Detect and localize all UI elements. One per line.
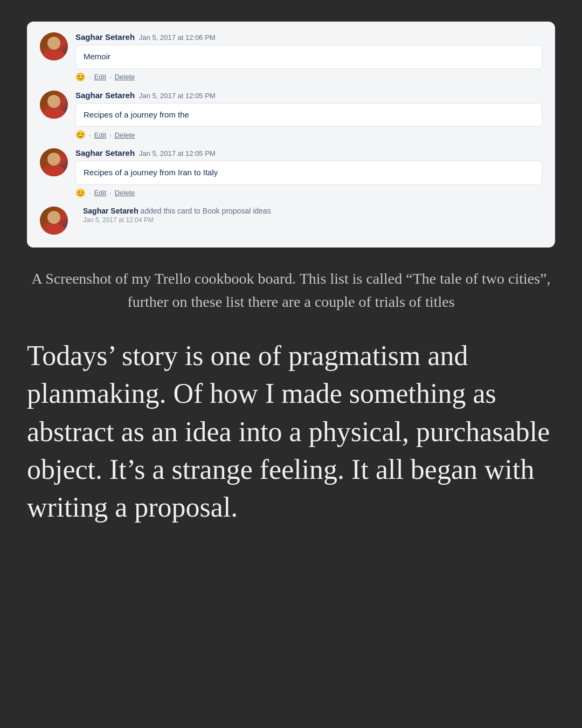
comment-item: Saghar Setareh Jan 5, 2017 at 12:05 PM R… (40, 91, 542, 140)
comment-timestamp: Jan 5, 2017 at 12:05 PM (139, 92, 216, 100)
reaction-icon[interactable]: 😊 (75, 72, 86, 82)
activity-log: Saghar Setareh added this card to Book p… (40, 207, 542, 235)
avatar (40, 91, 68, 119)
edit-link[interactable]: Edit (94, 189, 106, 197)
edit-link[interactable]: Edit (94, 73, 106, 81)
comment-content: Saghar Setareh Jan 5, 2017 at 12:05 PM R… (75, 148, 542, 198)
article-text: Todays’ story is one of pragmatism and p… (27, 337, 555, 526)
activity-action: added this card to Book proposal ideas (141, 207, 271, 215)
article-section: Todays’ story is one of pragmatism and p… (0, 324, 582, 553)
activity-description: Saghar Setareh added this card to Book p… (83, 207, 542, 215)
separator: · (89, 189, 91, 197)
separator: · (89, 73, 91, 81)
edit-link[interactable]: Edit (94, 131, 106, 139)
delete-link[interactable]: Delete (115, 189, 135, 197)
activity-content: Saghar Setareh added this card to Book p… (75, 207, 542, 224)
separator: · (109, 73, 112, 81)
avatar (40, 32, 68, 60)
comment-bubble: Memoir (75, 45, 542, 69)
caption-section: A Screenshot of my Trello cookbook board… (0, 248, 582, 325)
avatar (40, 148, 68, 176)
separator: · (109, 131, 112, 139)
comment-content: Saghar Setareh Jan 5, 2017 at 12:05 PM R… (75, 91, 542, 140)
comment-timestamp: Jan 5, 2017 at 12:05 PM (139, 149, 216, 157)
commenter-name: Saghar Setareh (75, 148, 135, 157)
comment-actions: 😊 · Edit · Delete (75, 188, 542, 198)
comment-header: Saghar Setareh Jan 5, 2017 at 12:05 PM (75, 148, 542, 157)
comment-header: Saghar Setareh Jan 5, 2017 at 12:06 PM (75, 32, 542, 42)
delete-link[interactable]: Delete (115, 73, 135, 81)
activity-author: Saghar Setareh (83, 207, 138, 215)
activity-timestamp: Jan 5, 2017 at 12:04 PM (83, 216, 542, 224)
comment-item: Saghar Setareh Jan 5, 2017 at 12:06 PM M… (40, 32, 542, 82)
trello-screenshot-card: Saghar Setareh Jan 5, 2017 at 12:06 PM M… (27, 22, 555, 248)
reaction-icon[interactable]: 😊 (75, 188, 86, 198)
commenter-name: Saghar Setareh (75, 91, 135, 100)
commenter-name: Saghar Setareh (75, 32, 135, 42)
reaction-icon[interactable]: 😊 (75, 130, 86, 140)
comment-item: Saghar Setareh Jan 5, 2017 at 12:05 PM R… (40, 148, 542, 198)
comment-actions: 😊 · Edit · Delete (75, 130, 542, 140)
delete-link[interactable]: Delete (115, 131, 135, 139)
comment-actions: 😊 · Edit · Delete (75, 72, 542, 82)
caption-text: A Screenshot of my Trello cookbook board… (27, 267, 555, 314)
comment-bubble: Recipes of a journey from Iran to Italy (75, 161, 542, 185)
separator: · (89, 131, 91, 139)
comment-header: Saghar Setareh Jan 5, 2017 at 12:05 PM (75, 91, 542, 100)
separator: · (109, 189, 112, 197)
avatar (40, 207, 68, 235)
comment-timestamp: Jan 5, 2017 at 12:06 PM (139, 33, 216, 42)
comment-bubble: Recipes of a journey from the (75, 103, 542, 127)
comment-content: Saghar Setareh Jan 5, 2017 at 12:06 PM M… (75, 32, 542, 82)
